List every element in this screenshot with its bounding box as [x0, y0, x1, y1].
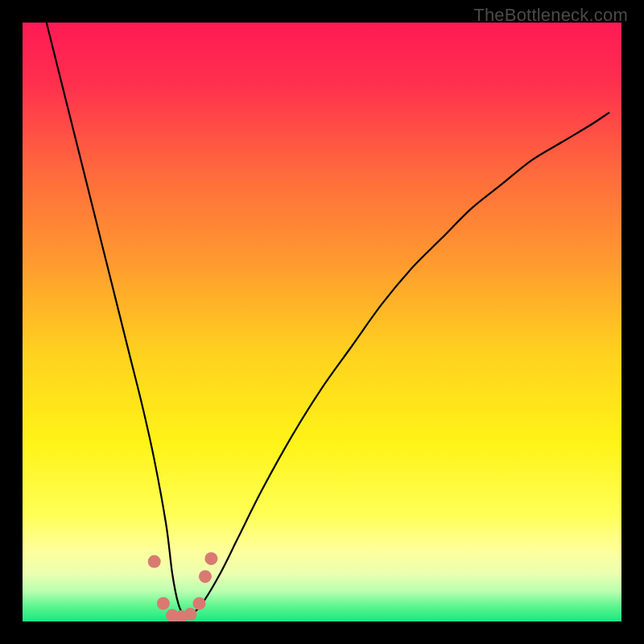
data-point-marker: [199, 570, 212, 583]
data-point-marker: [157, 597, 170, 610]
bottleneck-curve: [23, 23, 621, 621]
data-point-marker: [148, 555, 161, 568]
data-point-marker: [192, 597, 205, 610]
data-point-marker: [184, 608, 196, 621]
data-point-marker: [204, 552, 217, 565]
plot-area: [23, 23, 621, 621]
watermark-text: TheBottleneck.com: [473, 5, 628, 26]
